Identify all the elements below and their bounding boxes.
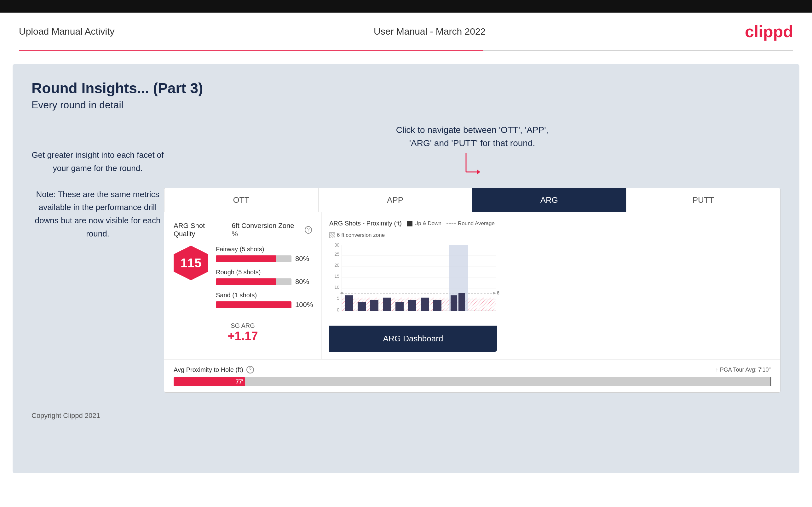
- sg-section: SG ARG +1.17: [173, 322, 312, 343]
- pga-avg-label: ↑ PGA Tour Avg: 7'10": [716, 367, 771, 373]
- legend-dashed-icon: [447, 223, 456, 224]
- prox-label-row: Avg Proximity to Hole (ft) ?: [173, 366, 254, 374]
- rough-label: Rough (5 shots): [216, 269, 313, 276]
- card-body: ARG Shot Quality 6ft Conversion Zone % ?…: [164, 212, 780, 359]
- hex-score: 115: [173, 246, 208, 280]
- svg-text:20: 20: [334, 263, 339, 268]
- svg-text:8: 8: [497, 290, 499, 295]
- nav-hint-line1: Click to navigate between 'OTT', 'APP',: [164, 123, 780, 137]
- svg-rect-23: [345, 295, 353, 311]
- svg-rect-26: [383, 297, 391, 311]
- sand-bar-fill: [216, 301, 292, 308]
- legend-up-down: Up & Down: [407, 220, 442, 227]
- top-bar: [0, 0, 812, 13]
- prox-help-icon[interactable]: ?: [246, 366, 254, 374]
- proximity-chart: 0 5 10 15 20 25: [329, 241, 499, 323]
- sg-label: SG ARG: [173, 322, 312, 329]
- legend-up-down-label: Up & Down: [414, 220, 442, 227]
- prox-bar-bg: 77': [173, 377, 771, 386]
- svg-rect-29: [421, 297, 429, 311]
- svg-marker-2: [477, 169, 480, 174]
- fairway-bar-row: 80%: [216, 255, 313, 263]
- nav-hint-area: Click to navigate between 'OTT', 'APP', …: [164, 123, 780, 188]
- clippd-logo: clippd: [745, 22, 793, 41]
- nav-arrow: [460, 150, 485, 181]
- main-card: OTT APP ARG PUTT ARG Shot Quality 6ft Co: [164, 188, 780, 393]
- footer: Copyright Clippd 2021: [32, 411, 780, 420]
- svg-rect-33: [458, 293, 465, 311]
- shot-bars: Fairway (5 shots) 80%: [216, 246, 313, 315]
- panel-header-row: ARG Shot Quality 6ft Conversion Zone % ?: [173, 222, 312, 238]
- fairway-label: Fairway (5 shots): [216, 246, 313, 253]
- main-panel: Click to navigate between 'OTT', 'APP', …: [164, 123, 780, 393]
- legend-square-icon: [407, 221, 412, 226]
- sand-label: Sand (1 shots): [216, 292, 313, 299]
- header-divider: [19, 50, 793, 51]
- prox-value: 77': [236, 379, 243, 385]
- chart-header: ARG Shots - Proximity (ft) Up & Down Rou…: [329, 220, 497, 238]
- svg-text:10: 10: [334, 285, 339, 290]
- rough-bar-bg: [216, 278, 292, 285]
- proximity-section: Avg Proximity to Hole (ft) ? ↑ PGA Tour …: [164, 359, 780, 392]
- svg-rect-28: [408, 300, 416, 311]
- fairway-bar-fill: [216, 256, 276, 262]
- nav-hint-line2: 'ARG' and 'PUTT' for that round.: [164, 137, 780, 150]
- arg-dashboard-button[interactable]: ARG Dashboard: [329, 326, 497, 352]
- svg-text:25: 25: [334, 251, 339, 257]
- conversion-label: 6ft Conversion Zone %: [232, 222, 298, 238]
- tab-app[interactable]: APP: [318, 188, 472, 212]
- legend-hatch-icon: [329, 232, 335, 238]
- content-row: Get greater insight into each facet of y…: [32, 123, 780, 393]
- left-panel: ARG Shot Quality 6ft Conversion Zone % ?…: [164, 212, 322, 359]
- main-content: Round Insights... (Part 3) Every round i…: [13, 64, 799, 473]
- svg-text:30: 30: [334, 242, 339, 247]
- description-text: Get greater insight into each facet of y…: [32, 150, 163, 173]
- svg-text:0: 0: [337, 307, 339, 313]
- shot-row-sand: Sand (1 shots) 100%: [216, 292, 313, 309]
- score-and-bars: 115 Fairway (5 shots): [173, 246, 312, 315]
- right-panel: ARG Shots - Proximity (ft) Up & Down Rou…: [322, 212, 504, 359]
- legend-6ft-label: 6 ft conversion zone: [337, 232, 385, 238]
- prox-cursor: [770, 377, 771, 386]
- prox-label: Avg Proximity to Hole (ft): [173, 366, 243, 374]
- svg-rect-32: [451, 295, 457, 311]
- page-wrapper: Upload Manual Activity User Manual - Mar…: [0, 0, 812, 507]
- help-icon[interactable]: ?: [305, 226, 312, 234]
- header: Upload Manual Activity User Manual - Mar…: [0, 13, 812, 50]
- legend-round-avg: Round Average: [447, 220, 495, 227]
- rough-bar-fill: [216, 278, 276, 285]
- legend-round-avg-label: Round Average: [458, 220, 495, 227]
- note-label: Note:: [36, 189, 55, 199]
- shot-row-rough: Rough (5 shots) 80%: [216, 269, 313, 286]
- manual-date-label: User Manual - March 2022: [374, 26, 486, 37]
- svg-rect-27: [396, 302, 404, 311]
- page-subtitle: Every round in detail: [32, 99, 780, 111]
- svg-text:5: 5: [337, 296, 339, 301]
- svg-rect-30: [433, 300, 442, 311]
- svg-marker-21: [493, 292, 496, 294]
- tabs-row: OTT APP ARG PUTT: [164, 188, 780, 212]
- page-title: Round Insights... (Part 3): [32, 80, 780, 97]
- chart-title: ARG Shots - Proximity (ft): [329, 220, 402, 227]
- sand-bar-row: 100%: [216, 301, 313, 309]
- sand-bar-bg: [216, 301, 292, 308]
- upload-manual-link[interactable]: Upload Manual Activity: [19, 26, 115, 37]
- legend-6ft: 6 ft conversion zone: [329, 232, 385, 238]
- tab-putt[interactable]: PUTT: [626, 188, 780, 212]
- shot-row-fairway: Fairway (5 shots) 80%: [216, 246, 313, 263]
- rough-pct: 80%: [295, 278, 309, 286]
- tab-arg[interactable]: ARG: [472, 188, 626, 212]
- svg-marker-20: [340, 292, 344, 294]
- chart-svg-container: 0 5 10 15 20 25: [329, 241, 497, 326]
- logo-area: clippd: [745, 22, 793, 41]
- shot-quality-label: ARG Shot Quality: [173, 222, 225, 238]
- svg-text:15: 15: [334, 274, 339, 279]
- rough-bar-row: 80%: [216, 278, 313, 286]
- fairway-pct: 80%: [295, 255, 309, 263]
- sg-value: +1.17: [173, 329, 312, 343]
- tab-ott[interactable]: OTT: [164, 188, 318, 212]
- hex-area: 115: [173, 246, 208, 280]
- prox-header-row: Avg Proximity to Hole (ft) ? ↑ PGA Tour …: [173, 366, 771, 374]
- prox-bar-fill: 77': [173, 377, 245, 386]
- svg-rect-25: [370, 300, 378, 311]
